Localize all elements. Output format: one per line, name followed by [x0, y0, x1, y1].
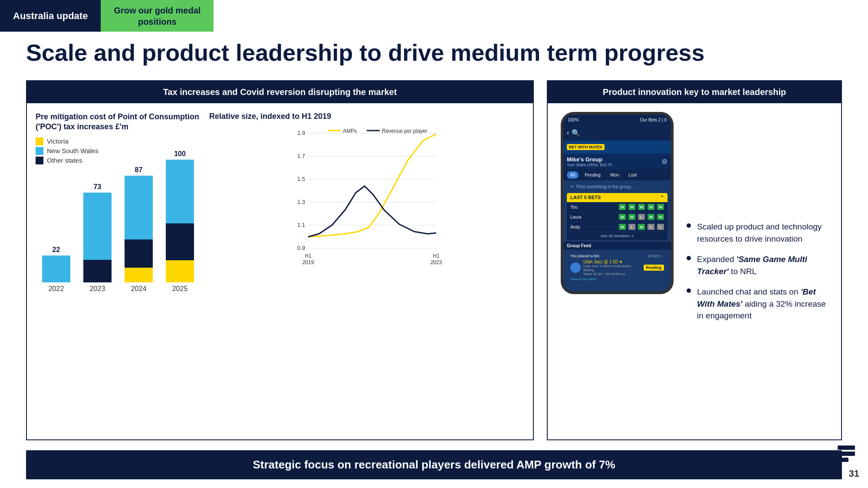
bar-group-2023: 73 2023 [83, 183, 112, 293]
svg-text:H1: H1 [305, 253, 312, 259]
svg-text:1.3: 1.3 [297, 199, 305, 205]
right-panel: Product innovation key to market leaders… [547, 80, 842, 440]
bar-nsw-2024 [125, 176, 153, 239]
phone-status-bar: 100% Our Bets 2 | 0 [563, 115, 671, 125]
bet-card-stake: Stake $2.00 + $3.00 Bonus [583, 272, 641, 276]
phone-post-area: ✏ Post something to the group... [567, 182, 667, 191]
bar-group-2022: 22 2022 [42, 246, 70, 293]
phone-bet-card: You placed a bet 2 mins ··· Utah Jazz @ … [567, 252, 667, 283]
logo-bar-1 [838, 445, 855, 450]
content-area: Tax increases and Covid reversion disrup… [26, 80, 842, 440]
tab-pending[interactable]: Pending [581, 171, 604, 179]
phone-screen: 100% Our Bets 2 | 0 ‹ 🔍 BET WITH MATES [563, 115, 671, 291]
bar-other-2023 [83, 260, 112, 282]
svg-text:1.9: 1.9 [297, 130, 305, 136]
phone-bet-bar: BET WITH MATES [563, 141, 671, 154]
bar-label-2024: 2024 [131, 285, 147, 293]
svg-text:H1: H1 [433, 253, 440, 259]
tab-all[interactable]: All [567, 171, 579, 179]
bullet-text-1: Scaled up product and technology resourc… [697, 221, 832, 245]
bar-stack-2024 [125, 176, 153, 282]
svg-text:AMPs: AMPs [343, 128, 357, 134]
bars-container: 22 2022 73 2023 [36, 176, 201, 297]
left-panel-header: Tax increases and Covid reversion disrup… [27, 81, 533, 103]
bar-other-2025 [166, 223, 194, 260]
bar-stack-2025 [166, 160, 194, 282]
left-panel: Tax increases and Covid reversion disrup… [26, 80, 534, 440]
bullet-item-3: Launched chat and stats on 'Bet With Mat… [687, 286, 832, 322]
phone-last-bets: LAST 5 BETS ⌃ You W W W W W [567, 193, 667, 240]
victoria-label: Victoria [47, 138, 69, 145]
bar-value-2025: 100 [174, 150, 186, 158]
bullet-text-3: Launched chat and stats on 'Bet With Mat… [697, 286, 832, 322]
other-color [36, 157, 43, 164]
logo-bar-2 [838, 452, 855, 456]
bet-tag: BET WITH MATES [567, 144, 605, 150]
bar-chart-section: Pre mitigation cost of Point of Consumpt… [36, 112, 201, 431]
bar-value-2024: 87 [135, 166, 143, 174]
right-panel-body: 100% Our Bets 2 | 0 ‹ 🔍 BET WITH MATES [548, 103, 841, 439]
main-title: Scale and product leadership to drive me… [26, 39, 842, 66]
bullet-dot-3 [687, 288, 691, 293]
bar-label-2023: 2023 [90, 285, 105, 293]
chevron-icon: ⌃ [660, 195, 664, 200]
bullet-section: Scaled up product and technology resourc… [687, 112, 832, 431]
gold-medal-label: Grow our gold medalpositions [101, 0, 214, 32]
bar-chart-title: Pre mitigation cost of Point of Consumpt… [36, 112, 201, 132]
svg-text:1.7: 1.7 [297, 153, 305, 159]
bet-row-you: You W W W W W [567, 202, 667, 212]
bullet-item-2: Expanded 'Same Game Multi Tracker' to NR… [687, 253, 832, 277]
bottom-banner: Strategic focus on recreational players … [26, 450, 842, 479]
bet-card-placed: You placed a bet [570, 254, 599, 258]
phone-tabs: All Pending Won Lost [563, 170, 671, 180]
bar-label-2025: 2025 [172, 285, 188, 293]
tab-lost[interactable]: Lost [625, 171, 640, 179]
phone-group-sub: Your Share (25%): $23.75 [567, 163, 612, 167]
bet-card-match: Utah Jazz V Miami Heat Match Betting [583, 264, 641, 272]
legend-item-victoria: Victoria [36, 138, 201, 145]
right-panel-header: Product innovation key to market leaders… [548, 81, 841, 103]
bar-stack-2023 [83, 193, 112, 282]
logo-mark [838, 445, 855, 462]
svg-text:Revenue per player: Revenue per player [382, 128, 427, 134]
bullet-dot-1 [687, 223, 691, 228]
view-bets-link[interactable]: View in Our Bets [570, 277, 664, 281]
svg-text:0.9: 0.9 [297, 245, 305, 251]
see-all[interactable]: See all members ∨ [567, 232, 667, 240]
bar-value-2022: 22 [53, 246, 60, 254]
bullet-item-1: Scaled up product and technology resourc… [687, 221, 832, 245]
bet-row-andy: Andy W L W L L [567, 222, 667, 232]
tab-won[interactable]: Won [607, 171, 622, 179]
bar-nsw-2022 [42, 255, 70, 282]
australia-label: Australia update [0, 0, 101, 32]
bullet-dot-2 [687, 256, 691, 260]
bar-group-2024: 87 2024 [125, 166, 153, 293]
phone-group-title: Mike's Group [567, 156, 612, 163]
other-label: Other states [47, 157, 82, 164]
last-bets-header: LAST 5 BETS ⌃ [567, 193, 667, 202]
bar-stack-2022 [42, 255, 70, 282]
line-chart-svg: 1.9 1.7 1.5 1.3 1.1 0.9 [209, 125, 524, 264]
page-number: 31 [849, 468, 859, 479]
svg-text:1.5: 1.5 [297, 176, 305, 182]
post-placeholder: Post something to the group... [576, 184, 634, 189]
bullet-text-2: Expanded 'Same Game Multi Tracker' to NR… [697, 253, 832, 277]
bar-label-2022: 2022 [49, 285, 64, 293]
bet-card-team: Utah Jazz @ 1.50 ★ [583, 259, 641, 264]
victoria-color [36, 138, 43, 145]
logo-bar-3 [838, 458, 848, 462]
bet-row-laura: Laura W W L W W [567, 212, 667, 222]
settings-icon: ⚙ [661, 157, 667, 166]
phone-mockup: 100% Our Bets 2 | 0 ‹ 🔍 BET WITH MATES [556, 112, 678, 431]
phone-group-feed-label: Group Feed [563, 242, 671, 250]
phone-nav-bar: ‹ 🔍 [563, 125, 671, 141]
team-avatar [570, 262, 581, 273]
bar-nsw-2025 [166, 160, 194, 223]
line-chart-section: Relative size, indexed to H1 2019 1.9 1.… [209, 112, 524, 431]
search-icon: 🔍 [572, 129, 580, 137]
nsw-label: New South Wales [47, 147, 99, 154]
australia-text: Australia update [13, 10, 88, 22]
bar-value-2023: 73 [94, 183, 102, 191]
header-bar: Australia update Grow our gold medalposi… [0, 0, 214, 32]
line-chart-title: Relative size, indexed to H1 2019 [209, 112, 524, 121]
